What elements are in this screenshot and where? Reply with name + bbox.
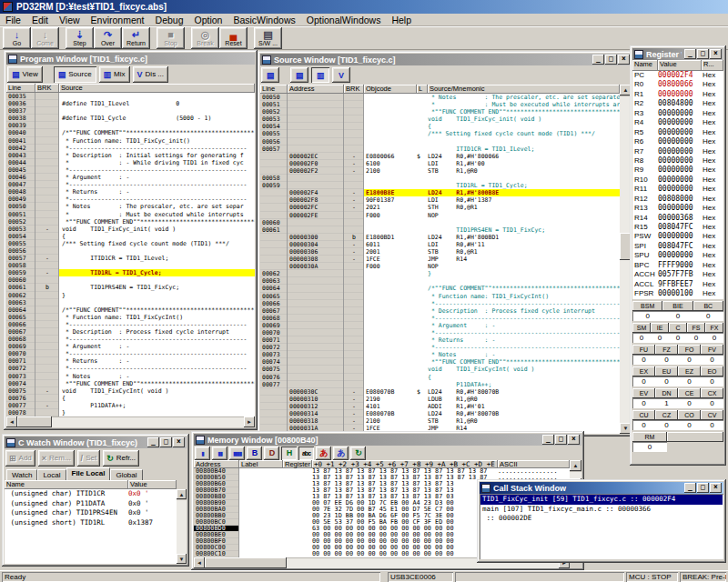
flag-bie-value[interactable]: 0 [662, 311, 693, 321]
breakpoint-cell[interactable] [35, 188, 59, 196]
scroll-up-icon[interactable]: ▲ [570, 460, 581, 471]
flag-bsm-button[interactable]: BSM [632, 301, 662, 311]
memory-address[interactable]: 00800C00 [194, 545, 239, 551]
register-row-r7[interactable]: R700000000Hex [632, 147, 723, 156]
hex-display-button[interactable]: H [281, 447, 297, 460]
set-value-button[interactable]: /Set [77, 450, 101, 467]
breakpoint-cell[interactable] [344, 300, 364, 307]
register-radix[interactable]: Hex [702, 280, 723, 289]
breakpoint-cell[interactable] [344, 374, 364, 381]
breakpoint-cell[interactable] [35, 181, 59, 188]
source-row[interactable]: 00066 *---------------------------------… [260, 300, 620, 307]
refresh-button[interactable]: ↻ [350, 447, 366, 460]
program-row[interactable]: 00057- ITID1CR = TID1_ILevel; [6, 255, 255, 262]
breakpoint-cell[interactable] [35, 129, 59, 136]
breakpoint-cell[interactable]: - [344, 167, 364, 175]
menu-option[interactable]: Option [189, 15, 228, 25]
program-row[interactable]: 00073 * Notes : - [6, 373, 255, 380]
breakpoint-cell[interactable] [35, 343, 59, 350]
memory-hscroll-thumb[interactable] [205, 557, 287, 568]
remove-watch-button[interactable]: ×Rem... [38, 450, 75, 467]
breakpoint-cell[interactable] [35, 115, 59, 122]
source-row[interactable]: 00065 * Function name: TID1_FixCycInt() [260, 293, 620, 300]
register-row-pc[interactable]: PC000002F4Hex [632, 71, 723, 80]
sjis-display-button[interactable]: あ [316, 447, 331, 460]
breakpoint-cell[interactable] [35, 122, 59, 129]
breakpoint-cell[interactable] [35, 314, 59, 321]
memory-hex-bytes[interactable]: 13 87 13 87 13 87 13 87 13 87 13 87 13 8… [312, 475, 498, 481]
source-row[interactable]: 00067 * Description : Process fixed cycl… [260, 307, 620, 315]
memory-address[interactable]: 00800B90 [194, 500, 239, 507]
source-row[interactable]: 000002F8-90F01387LDI R0,#H'1387 [260, 196, 620, 204]
register-row-r12[interactable]: R1200808000Hex [632, 195, 723, 204]
breakpoint-cell[interactable] [35, 336, 59, 343]
program-row[interactable]: 00075-void TID1_FixCycInt( void ) [6, 387, 255, 395]
register-row-r2[interactable]: R200804800Hex [632, 99, 723, 108]
breakpoint-cell[interactable]: - [344, 248, 364, 256]
memory-address[interactable]: 00800BE0 [194, 532, 239, 538]
breakpoint-cell[interactable]: - [344, 204, 364, 211]
breakpoint-cell[interactable] [344, 366, 364, 373]
breakpoint-cell[interactable] [35, 218, 59, 226]
breakpoint-cell[interactable] [35, 328, 59, 336]
register-row-r11[interactable]: R1100000000Hex [632, 185, 723, 194]
register-row-accl[interactable]: ACCL9FFBFEE7Hex [632, 280, 723, 289]
breakpoint-cell[interactable] [35, 174, 59, 181]
memory-window-title-bar[interactable]: Memory Window [00800B40] _ □ × [194, 434, 581, 446]
breakpoint-cell[interactable] [344, 263, 364, 270]
flag-cz-value[interactable]: 0 [655, 420, 678, 430]
flag-sm-button[interactable]: SM [632, 323, 651, 333]
flag-cv-value[interactable]: 0 [701, 420, 723, 430]
register-value[interactable]: 00000000 [658, 147, 702, 156]
register-value[interactable]: 008047FC [658, 242, 702, 251]
register-row-r15[interactable]: R15008047FCHex [632, 223, 723, 232]
breakpoint-cell[interactable] [35, 357, 59, 365]
scroll-up-icon[interactable]: ▲ [177, 489, 187, 499]
source-mode-button[interactable]: ▤ [290, 67, 308, 83]
register-radix[interactable]: Hex [702, 118, 723, 127]
program-row[interactable]: 00048 * Returns : - [6, 188, 255, 196]
breakpoint-cell[interactable] [344, 315, 364, 322]
program-row[interactable]: 00072 *---------------------------------… [6, 365, 255, 372]
watch-value[interactable]: 0x0 ' [128, 508, 177, 518]
breakpoint-cell[interactable] [344, 212, 364, 219]
flag-cu-button[interactable]: CU [632, 410, 655, 420]
source-row[interactable]: 00051 * : Must be executed while interru… [260, 101, 620, 108]
source-row[interactable]: 00000306-2001STB R0,@R1 [260, 248, 620, 256]
close-icon[interactable]: × [618, 55, 630, 65]
view-button[interactable]: ▤ [261, 67, 279, 83]
register-radix[interactable]: Hex [702, 195, 723, 204]
flag-ex-value[interactable]: 0 [632, 376, 655, 386]
source-row[interactable]: 00000310-2190LDUB R1,@R0 [260, 396, 620, 403]
breakpoint-cell[interactable]: - [35, 387, 59, 395]
source-row[interactable]: 00071 * Returns : - [260, 336, 620, 344]
register-radix[interactable]: Hex [702, 166, 723, 175]
decimal-display-button[interactable]: D [264, 447, 279, 460]
register-value[interactable]: 00000100 [658, 289, 702, 298]
breakpoint-cell[interactable] [344, 285, 364, 292]
register-row-spi[interactable]: SPI008047FCHex [632, 242, 723, 251]
program-row[interactable]: 00076{ [6, 395, 255, 402]
breakpoint-cell[interactable]: - [344, 256, 364, 263]
watch-window-title-bar[interactable]: C Watch Window (TID1_fixcyc) _ □ × [5, 436, 187, 448]
flag-ie-value[interactable]: 0 [651, 333, 669, 343]
source-row[interactable]: 00059 TID1RL = TID1_Cycle; [260, 182, 620, 189]
source-row[interactable]: 0000030C-E080070B$LD24 R0,#H'80070B [260, 388, 620, 396]
register-row-r4[interactable]: R400000000Hex [632, 118, 723, 127]
breakpoint-cell[interactable] [35, 196, 59, 203]
breakpoint-cell[interactable]: - [35, 269, 59, 276]
ascii-display-button[interactable]: abc [298, 447, 314, 460]
breakpoint-cell[interactable] [344, 307, 364, 315]
break-button[interactable]: ◎Break [191, 27, 219, 49]
register-radix[interactable]: Hex [702, 71, 723, 80]
flag-fo-button[interactable]: FO [678, 345, 701, 355]
memory-hex-bytes[interactable]: 00 00 00 00 00 00 00 00 00 00 00 00 00 [312, 551, 498, 557]
breakpoint-cell[interactable]: - [344, 241, 364, 248]
program-row[interactable]: 00047 *---------------------------------… [6, 181, 255, 188]
program-row[interactable]: 00046 * Argument : - [6, 174, 255, 181]
breakpoint-cell[interactable]: - [35, 402, 59, 409]
memory-hex-bytes[interactable]: 00 07 EE D6 00 1D 7C EB 00 A4 23 D3 00 [312, 500, 498, 507]
program-row[interactable]: 00062} [6, 292, 255, 299]
flag-bie-button[interactable]: BIE [662, 301, 693, 311]
mix-mode-button[interactable]: ▥ [311, 67, 329, 83]
